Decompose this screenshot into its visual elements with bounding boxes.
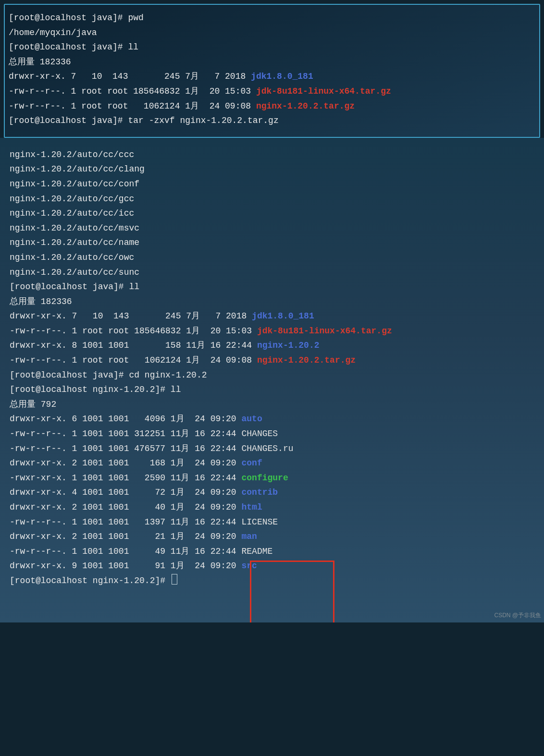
- cmd-tar: tar -zxvf nginx-1.20.2.tar.gz: [128, 116, 278, 125]
- ls-perm: drwxr-xr-x. 6 1001 1001 4096 1月 24 09:20: [10, 414, 241, 424]
- ls-row: drwxr-xr-x. 2 1001 1001 168 1月 24 09:20 …: [10, 458, 262, 468]
- ls-row: drwxr-xr-x. 2 1001 1001 40 1月 24 09:20 h…: [10, 502, 262, 512]
- shell-prompt: [root@localhost java]#: [9, 13, 128, 23]
- ls-row: drwxr-xr-x. 2 1001 1001 21 1月 24 09:20 m…: [10, 532, 257, 541]
- highlight-box: [250, 561, 334, 622]
- ls-row: drwxr-xr-x. 7 10 143 245 7月 7 2018 jdk1.…: [9, 72, 313, 81]
- ls-perm: -rw-r--r--. 1 1001 1001 49 11月 16 22:44: [10, 547, 241, 556]
- shell-prompt: [root@localhost nginx-1.20.2]#: [10, 385, 171, 394]
- total-line: 总用量 182336: [9, 57, 71, 67]
- terminal-panel-1[interactable]: [root@localhost java]# pwd /home/myqxin/…: [4, 4, 540, 138]
- tar-output-line: nginx-1.20.2/auto/cc/owc: [10, 253, 134, 262]
- ls-filename: jdk-8u181-linux-x64.tar.gz: [257, 326, 392, 336]
- total-line: 总用量 792: [10, 400, 56, 409]
- tar-output-line: nginx-1.20.2/auto/cc/gcc: [10, 194, 134, 204]
- ls-row: drwxr-xr-x. 9 1001 1001 91 1月 24 09:20 s…: [10, 561, 257, 571]
- ls-filename: html: [241, 502, 262, 512]
- tar-output-line: nginx-1.20.2/auto/cc/clang: [10, 164, 145, 174]
- ls-filename: jdk1.8.0_181: [251, 72, 313, 81]
- ls-filename: nginx-1.20.2.tar.gz: [257, 355, 356, 365]
- ls-filename: configure: [241, 473, 288, 483]
- tar-output-line: nginx-1.20.2/auto/cc/ccc: [10, 150, 134, 159]
- ls-perm: -rw-r--r--. 1 root root 185646832 1月 20 …: [10, 326, 257, 336]
- ls-row: -rw-r--r--. 1 root root 1062124 1月 24 09…: [9, 101, 355, 111]
- ls-row: drwxr-xr-x. 7 10 143 245 7月 7 2018 jdk1.…: [10, 311, 314, 321]
- cmd-ll: ll: [128, 42, 138, 52]
- ls-perm: -rwxr-xr-x. 1 1001 1001 2590 11月 16 22:4…: [10, 473, 241, 483]
- ls-row: -rw-r--r--. 1 root root 185646832 1月 20 …: [10, 326, 392, 336]
- tar-output-line: nginx-1.20.2/auto/cc/conf: [10, 179, 139, 189]
- ls-row: -rw-r--r--. 1 1001 1001 312251 11月 16 22…: [10, 429, 278, 439]
- ls-perm: -rw-r--r--. 1 root root 1062124 1月 24 09…: [10, 355, 257, 365]
- ls-perm: -rw-r--r--. 1 root root 185646832 1月 20 …: [9, 86, 256, 96]
- shell-prompt: [root@localhost java]#: [10, 282, 129, 292]
- ls-filename: auto: [241, 414, 262, 424]
- shell-prompt: [root@localhost java]#: [9, 42, 128, 52]
- tar-output-line: nginx-1.20.2/auto/cc/sunc: [10, 268, 139, 277]
- ls-filename: CHANGES.ru: [241, 444, 293, 453]
- ls-row: -rw-r--r--. 1 1001 1001 476577 11月 16 22…: [10, 444, 294, 453]
- ls-filename: contrib: [241, 488, 278, 497]
- ls-row: -rwxr-xr-x. 1 1001 1001 2590 11月 16 22:4…: [10, 473, 288, 483]
- cmd-pwd: pwd: [128, 13, 143, 23]
- ls-row: -rw-r--r--. 1 root root 185646832 1月 20 …: [9, 86, 391, 96]
- ls-row: drwxr-xr-x. 8 1001 1001 158 11月 16 22:44…: [10, 341, 320, 350]
- ls-filename: nginx-1.20.2: [257, 341, 320, 350]
- total-line: 总用量 182336: [10, 297, 72, 306]
- tar-output-line: nginx-1.20.2/auto/cc/msvc: [10, 223, 139, 233]
- ls-perm: drwxr-xr-x. 8 1001 1001 158 11月 16 22:44: [10, 341, 257, 350]
- ls-perm: drwxr-xr-x. 7 10 143 245 7月 7 2018: [9, 72, 251, 81]
- ls-row: drwxr-xr-x. 6 1001 1001 4096 1月 24 09:20…: [10, 414, 262, 424]
- ls-row: -rw-r--r--. 1 1001 1001 1397 11月 16 22:4…: [10, 517, 278, 527]
- cursor-icon: [172, 574, 177, 585]
- ls-filename: man: [241, 532, 257, 541]
- shell-prompt: [root@localhost java]#: [9, 116, 128, 125]
- ls-row: -rw-r--r--. 1 root root 1062124 1月 24 09…: [10, 355, 356, 365]
- cmd-ll: ll: [171, 385, 181, 394]
- ls-filename: CHANGES: [241, 429, 278, 439]
- ls-filename: nginx-1.20.2.tar.gz: [256, 101, 355, 111]
- ls-perm: -rw-r--r--. 1 1001 1001 312251 11月 16 22…: [10, 429, 241, 439]
- watermark: CSDN @予非我鱼: [494, 610, 541, 620]
- cmd-ll: ll: [129, 282, 139, 292]
- shell-prompt: [root@localhost nginx-1.20.2]#: [10, 576, 171, 585]
- ls-perm: -rw-r--r--. 1 root root 1062124 1月 24 09…: [9, 101, 256, 111]
- tar-output-line: nginx-1.20.2/auto/cc/icc: [10, 208, 134, 218]
- cmd-cd: cd nginx-1.20.2: [129, 370, 207, 380]
- ls-filename: conf: [241, 458, 262, 468]
- shell-prompt: [root@localhost java]#: [10, 370, 129, 380]
- tar-output-line: nginx-1.20.2/auto/cc/name: [10, 238, 139, 247]
- ls-perm: drwxr-xr-x. 9 1001 1001 91 1月 24 09:20: [10, 561, 241, 571]
- ls-perm: drwxr-xr-x. 2 1001 1001 21 1月 24 09:20: [10, 532, 241, 541]
- ls-filename: LICENSE: [241, 517, 278, 527]
- ls-perm: drwxr-xr-x. 2 1001 1001 168 1月 24 09:20: [10, 458, 241, 468]
- ls-perm: drwxr-xr-x. 7 10 143 245 7月 7 2018: [10, 311, 252, 321]
- ls-filename: jdk-8u181-linux-x64.tar.gz: [256, 86, 391, 96]
- ls-row: drwxr-xr-x. 4 1001 1001 72 1月 24 09:20 c…: [10, 488, 278, 497]
- ls-filename: jdk1.8.0_181: [252, 311, 314, 321]
- terminal-panel-2[interactable]: nginx-1.20.2/auto/cc/ccc nginx-1.20.2/au…: [0, 138, 544, 622]
- pwd-output: /home/myqxin/java: [9, 28, 97, 37]
- ls-perm: -rw-r--r--. 1 1001 1001 1397 11月 16 22:4…: [10, 517, 241, 527]
- ls-filename: README: [241, 547, 272, 556]
- ls-perm: drwxr-xr-x. 4 1001 1001 72 1月 24 09:20: [10, 488, 241, 497]
- ls-filename: src: [241, 561, 257, 571]
- ls-perm: drwxr-xr-x. 2 1001 1001 40 1月 24 09:20: [10, 502, 241, 512]
- ls-perm: -rw-r--r--. 1 1001 1001 476577 11月 16 22…: [10, 444, 241, 453]
- ls-row: -rw-r--r--. 1 1001 1001 49 11月 16 22:44 …: [10, 547, 272, 556]
